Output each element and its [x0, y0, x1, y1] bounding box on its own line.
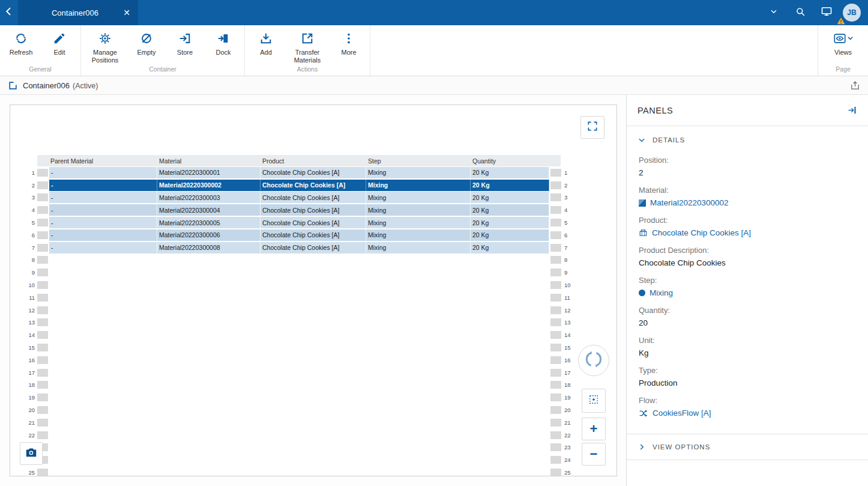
row-number: 15 — [562, 344, 574, 351]
row-number: 25 — [24, 469, 36, 476]
fullscreen-button[interactable] — [580, 116, 604, 139]
collapse-panel-icon[interactable] — [847, 105, 857, 115]
row-cells[interactable]: -Material20220300004Chocolate Chip Cooki… — [49, 204, 549, 216]
monitor-button[interactable] — [815, 1, 838, 24]
grid-row-9: 99 — [24, 266, 574, 279]
cell: Chocolate Chip Cookies [A] — [261, 242, 366, 254]
row-handle — [550, 256, 561, 264]
grid-row-2[interactable]: 2-Material20220300002Chocolate Chip Cook… — [24, 179, 574, 192]
row-handle — [37, 294, 48, 302]
user-avatar[interactable]: JB — [842, 2, 862, 23]
row-handle — [37, 281, 48, 289]
open-window-icon[interactable] — [850, 80, 860, 91]
row-number: 22 — [24, 432, 36, 439]
detail-link[interactable]: Mixing — [639, 287, 856, 299]
row-number: 21 — [562, 419, 574, 426]
row-number: 24 — [562, 457, 574, 463]
row-number: 7 — [562, 245, 574, 251]
row-handle — [550, 269, 561, 276]
zoom-out-button[interactable]: − — [582, 443, 606, 466]
grid-row-24: 2424 — [24, 454, 574, 466]
row-handle — [37, 306, 48, 314]
fit-view-button[interactable] — [582, 389, 606, 413]
column-header[interactable]: Quantity — [471, 157, 561, 165]
row-handle — [550, 456, 561, 464]
row-number: 10 — [24, 282, 36, 288]
search-icon — [795, 6, 806, 20]
zoom-in-button[interactable]: + — [582, 418, 606, 440]
row-handle — [37, 381, 48, 389]
detail-field: Type:Production — [639, 364, 856, 389]
row-cells-empty — [49, 467, 549, 476]
edit-button[interactable]: Edit — [40, 29, 79, 56]
cell: 20 Kg — [471, 242, 549, 254]
row-handle — [37, 219, 48, 226]
dropdown-button[interactable] — [762, 1, 785, 24]
back-button[interactable] — [0, 0, 18, 25]
cell: - — [49, 242, 157, 254]
more-button[interactable]: More — [330, 29, 368, 56]
transfer-materials-button[interactable]: Transfer Materials — [285, 29, 330, 64]
row-cells[interactable]: -Material20220300003Chocolate Chip Cooki… — [49, 192, 549, 203]
row-number: 17 — [24, 369, 36, 376]
detail-field: Quantity:20 — [639, 304, 856, 329]
row-number: 12 — [24, 307, 36, 314]
search-button[interactable] — [789, 1, 812, 24]
grid-row-21: 2121 — [24, 416, 574, 429]
store-button[interactable]: Store — [166, 29, 204, 56]
grid-row-17: 1717 — [24, 366, 574, 379]
row-cells[interactable]: -Material20220300005Chocolate Chip Cooki… — [49, 217, 549, 228]
details-section-header[interactable]: DETAILS — [627, 126, 868, 154]
tab-container006[interactable]: Container006 ✕ — [18, 0, 138, 25]
row-cells[interactable]: -Material20220300008Chocolate Chip Cooki… — [49, 242, 549, 254]
manage-positions-button[interactable]: Manage Positions — [83, 29, 127, 64]
grid-row-6[interactable]: 6-Material20220300006Chocolate Chip Cook… — [24, 229, 574, 241]
detail-link[interactable]: Material20220300002 — [639, 196, 856, 209]
views-button[interactable]: Views — [824, 29, 863, 56]
cell: Mixing — [366, 192, 471, 203]
grid-row-5[interactable]: 5-Material20220300005Chocolate Chip Cook… — [24, 216, 574, 229]
plus-icon: + — [590, 421, 598, 437]
ribbon-group-label-page: Page — [818, 65, 868, 76]
add-button[interactable]: Add — [247, 29, 285, 56]
snapshot-button[interactable] — [20, 442, 43, 465]
ribbon-group-actions: Add Transfer Materials More Actions — [245, 25, 370, 76]
empty-button[interactable]: Empty — [127, 29, 166, 56]
row-number: 22 — [562, 432, 574, 439]
grid-row-7[interactable]: 7-Material20220300008Chocolate Chip Cook… — [24, 241, 574, 254]
grid-row-1[interactable]: 1-Material20220300001Chocolate Chip Cook… — [24, 166, 574, 179]
dock-button[interactable]: Dock — [204, 29, 243, 56]
rotate-button[interactable] — [578, 345, 609, 376]
cell: Material20220300001 — [157, 167, 261, 178]
cell: Chocolate Chip Cookies [A] — [261, 192, 366, 203]
column-header[interactable]: Step — [366, 157, 471, 165]
minus-icon: − — [590, 446, 598, 462]
row-cells[interactable]: -Material20220300002Chocolate Chip Cooki… — [49, 180, 549, 191]
detail-value: Kg — [639, 347, 856, 359]
column-header[interactable]: Parent Material — [37, 157, 157, 165]
detail-link[interactable]: CookiesFlow [A] — [639, 407, 856, 419]
row-number: 18 — [24, 381, 36, 388]
grid-row-3[interactable]: 3-Material20220300003Chocolate Chip Cook… — [24, 192, 574, 204]
grid-row-4[interactable]: 4-Material20220300004Chocolate Chip Cook… — [24, 204, 574, 216]
row-number: 15 — [24, 344, 36, 351]
refresh-button[interactable]: Refresh — [2, 29, 40, 56]
row-number: 1 — [562, 169, 574, 176]
row-cells[interactable]: -Material20220300001Chocolate Chip Cooki… — [49, 167, 549, 178]
column-header[interactable]: Product — [261, 157, 366, 165]
view-options-section-header[interactable]: VIEW OPTIONS — [627, 434, 868, 460]
refresh-icon — [14, 31, 28, 46]
row-handle — [550, 419, 561, 427]
row-cells[interactable]: -Material20220300006Chocolate Chip Cooki… — [49, 229, 549, 241]
detail-value: 2 — [639, 166, 856, 179]
cell: Chocolate Chip Cookies [A] — [261, 229, 366, 241]
close-tab-icon[interactable]: ✕ — [123, 8, 130, 17]
detail-field: Position:2 — [639, 154, 856, 179]
grid-row-22: 2222 — [24, 429, 574, 442]
row-handle — [550, 393, 561, 401]
column-header[interactable]: Material — [157, 157, 261, 165]
cell: 20 Kg — [471, 204, 549, 216]
page-title: Container006 — [23, 81, 70, 90]
detail-link[interactable]: Chocolate Chip Cookies [A] — [639, 226, 856, 239]
row-handle — [550, 318, 561, 326]
